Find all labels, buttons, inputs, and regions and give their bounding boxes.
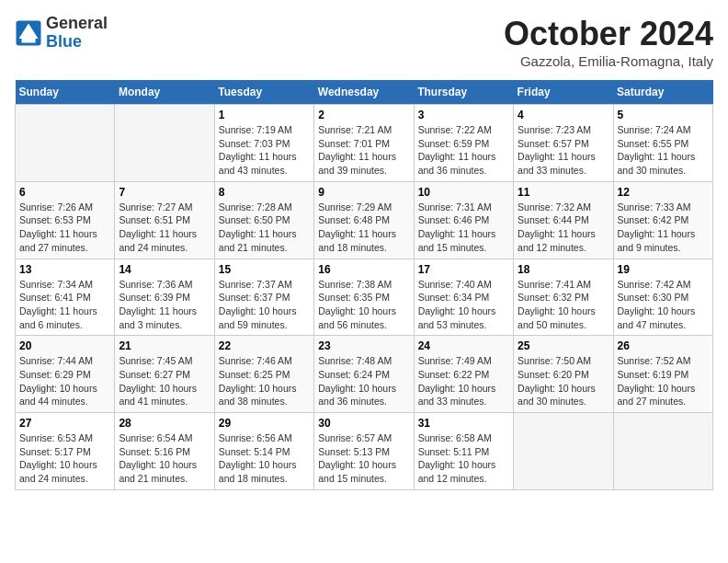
day-info: Sunrise: 7:26 AM Sunset: 6:53 PM Dayligh… <box>19 201 110 255</box>
calendar-week-row: 27Sunrise: 6:53 AM Sunset: 5:17 PM Dayli… <box>16 413 713 490</box>
day-number: 19 <box>618 263 709 276</box>
day-number: 30 <box>318 417 409 430</box>
day-number: 21 <box>119 339 210 352</box>
calendar-cell: 10Sunrise: 7:31 AM Sunset: 6:46 PM Dayli… <box>414 181 513 259</box>
day-info: Sunrise: 7:29 AM Sunset: 6:48 PM Dayligh… <box>318 201 409 255</box>
day-number: 11 <box>518 186 609 199</box>
calendar-week-row: 6Sunrise: 7:26 AM Sunset: 6:53 PM Daylig… <box>16 181 713 259</box>
calendar-cell: 8Sunrise: 7:28 AM Sunset: 6:50 PM Daylig… <box>214 181 313 259</box>
calendar-cell: 23Sunrise: 7:48 AM Sunset: 6:24 PM Dayli… <box>314 336 414 413</box>
day-info: Sunrise: 7:31 AM Sunset: 6:46 PM Dayligh… <box>418 201 509 255</box>
day-number: 6 <box>19 186 110 199</box>
calendar-cell: 18Sunrise: 7:41 AM Sunset: 6:32 PM Dayli… <box>514 259 613 336</box>
day-number: 7 <box>119 186 210 199</box>
calendar-cell: 4Sunrise: 7:23 AM Sunset: 6:57 PM Daylig… <box>514 105 613 182</box>
logo-general: General <box>46 15 108 33</box>
day-info: Sunrise: 7:21 AM Sunset: 7:01 PM Dayligh… <box>318 123 409 178</box>
day-info: Sunrise: 7:23 AM Sunset: 6:57 PM Dayligh… <box>518 123 609 178</box>
day-info: Sunrise: 7:36 AM Sunset: 6:39 PM Dayligh… <box>119 278 210 332</box>
day-number: 3 <box>418 109 509 121</box>
day-info: Sunrise: 7:22 AM Sunset: 6:59 PM Dayligh… <box>418 123 509 178</box>
day-info: Sunrise: 7:45 AM Sunset: 6:27 PM Dayligh… <box>119 354 210 408</box>
calendar-cell: 15Sunrise: 7:37 AM Sunset: 6:37 PM Dayli… <box>214 259 313 336</box>
day-number: 2 <box>318 109 409 121</box>
day-number: 20 <box>19 339 110 352</box>
calendar-cell <box>16 105 115 182</box>
day-info: Sunrise: 6:53 AM Sunset: 5:17 PM Dayligh… <box>19 431 110 486</box>
logo-blue: Blue <box>46 33 108 52</box>
day-info: Sunrise: 7:49 AM Sunset: 6:22 PM Dayligh… <box>418 354 509 408</box>
day-info: Sunrise: 7:27 AM Sunset: 6:51 PM Dayligh… <box>119 201 210 255</box>
calendar-cell: 24Sunrise: 7:49 AM Sunset: 6:22 PM Dayli… <box>414 336 513 413</box>
calendar-cell: 19Sunrise: 7:42 AM Sunset: 6:30 PM Dayli… <box>613 259 712 336</box>
title-block: October 2024 Gazzola, Emilia-Romagna, It… <box>504 15 713 69</box>
day-info: Sunrise: 7:46 AM Sunset: 6:25 PM Dayligh… <box>219 354 310 408</box>
day-of-week-header: Monday <box>115 80 214 105</box>
day-of-week-header: Saturday <box>613 80 712 105</box>
day-info: Sunrise: 6:56 AM Sunset: 5:14 PM Dayligh… <box>219 431 310 486</box>
calendar-cell: 26Sunrise: 7:52 AM Sunset: 6:19 PM Dayli… <box>613 336 712 413</box>
day-number: 18 <box>518 263 609 276</box>
calendar-cell: 31Sunrise: 6:58 AM Sunset: 5:11 PM Dayli… <box>414 413 513 490</box>
calendar-cell: 20Sunrise: 7:44 AM Sunset: 6:29 PM Dayli… <box>16 336 115 413</box>
day-info: Sunrise: 7:32 AM Sunset: 6:44 PM Dayligh… <box>518 201 609 255</box>
day-info: Sunrise: 7:40 AM Sunset: 6:34 PM Dayligh… <box>418 278 509 332</box>
day-info: Sunrise: 7:24 AM Sunset: 6:55 PM Dayligh… <box>618 123 709 178</box>
calendar-cell <box>514 413 613 490</box>
day-number: 8 <box>219 186 310 199</box>
calendar-cell: 1Sunrise: 7:19 AM Sunset: 7:03 PM Daylig… <box>214 105 313 182</box>
calendar-cell: 6Sunrise: 7:26 AM Sunset: 6:53 PM Daylig… <box>16 181 115 259</box>
calendar-cell: 29Sunrise: 6:56 AM Sunset: 5:14 PM Dayli… <box>214 413 313 490</box>
calendar-cell: 27Sunrise: 6:53 AM Sunset: 5:17 PM Dayli… <box>16 413 115 490</box>
day-number: 22 <box>219 339 310 352</box>
calendar-cell: 22Sunrise: 7:46 AM Sunset: 6:25 PM Dayli… <box>214 336 313 413</box>
calendar-cell: 17Sunrise: 7:40 AM Sunset: 6:34 PM Dayli… <box>414 259 513 336</box>
svg-rect-2 <box>22 39 36 43</box>
day-info: Sunrise: 7:34 AM Sunset: 6:41 PM Dayligh… <box>19 278 110 332</box>
day-number: 26 <box>618 339 709 352</box>
location: Gazzola, Emilia-Romagna, Italy <box>504 53 713 69</box>
calendar-cell: 30Sunrise: 6:57 AM Sunset: 5:13 PM Dayli… <box>314 413 414 490</box>
calendar-header-row: SundayMondayTuesdayWednesdayThursdayFrid… <box>16 80 713 105</box>
calendar-cell: 9Sunrise: 7:29 AM Sunset: 6:48 PM Daylig… <box>314 181 414 259</box>
month-title: October 2024 <box>504 15 713 53</box>
day-number: 15 <box>219 263 310 276</box>
calendar-cell <box>115 105 214 182</box>
day-number: 5 <box>618 109 709 121</box>
day-number: 9 <box>318 186 409 199</box>
day-number: 29 <box>219 417 310 430</box>
logo: General Blue <box>15 15 108 52</box>
calendar-cell: 16Sunrise: 7:38 AM Sunset: 6:35 PM Dayli… <box>314 259 414 336</box>
day-number: 1 <box>219 109 310 121</box>
calendar-cell: 21Sunrise: 7:45 AM Sunset: 6:27 PM Dayli… <box>115 336 214 413</box>
day-number: 17 <box>418 263 509 276</box>
day-of-week-header: Thursday <box>414 80 513 105</box>
calendar-week-row: 20Sunrise: 7:44 AM Sunset: 6:29 PM Dayli… <box>16 336 713 413</box>
calendar-cell: 14Sunrise: 7:36 AM Sunset: 6:39 PM Dayli… <box>115 259 214 336</box>
day-info: Sunrise: 7:33 AM Sunset: 6:42 PM Dayligh… <box>618 201 709 255</box>
day-info: Sunrise: 7:42 AM Sunset: 6:30 PM Dayligh… <box>618 278 709 332</box>
day-info: Sunrise: 6:58 AM Sunset: 5:11 PM Dayligh… <box>418 431 509 486</box>
day-info: Sunrise: 7:37 AM Sunset: 6:37 PM Dayligh… <box>219 278 310 332</box>
calendar-cell: 12Sunrise: 7:33 AM Sunset: 6:42 PM Dayli… <box>613 181 712 259</box>
day-of-week-header: Tuesday <box>214 80 313 105</box>
calendar-table: SundayMondayTuesdayWednesdayThursdayFrid… <box>15 80 713 490</box>
day-number: 28 <box>119 417 210 430</box>
day-info: Sunrise: 7:41 AM Sunset: 6:32 PM Dayligh… <box>518 278 609 332</box>
calendar-week-row: 1Sunrise: 7:19 AM Sunset: 7:03 PM Daylig… <box>16 105 713 182</box>
calendar-cell: 5Sunrise: 7:24 AM Sunset: 6:55 PM Daylig… <box>613 105 712 182</box>
calendar-cell: 25Sunrise: 7:50 AM Sunset: 6:20 PM Dayli… <box>514 336 613 413</box>
day-number: 24 <box>418 339 509 352</box>
day-info: Sunrise: 7:50 AM Sunset: 6:20 PM Dayligh… <box>518 354 609 408</box>
day-number: 31 <box>418 417 509 430</box>
day-info: Sunrise: 6:54 AM Sunset: 5:16 PM Dayligh… <box>119 431 210 486</box>
day-number: 27 <box>19 417 110 430</box>
day-number: 25 <box>518 339 609 352</box>
calendar-cell <box>613 413 712 490</box>
day-of-week-header: Friday <box>514 80 613 105</box>
day-info: Sunrise: 7:44 AM Sunset: 6:29 PM Dayligh… <box>19 354 110 408</box>
calendar-cell: 13Sunrise: 7:34 AM Sunset: 6:41 PM Dayli… <box>16 259 115 336</box>
logo-icon <box>15 19 42 47</box>
calendar-cell: 2Sunrise: 7:21 AM Sunset: 7:01 PM Daylig… <box>314 105 414 182</box>
logo-text: General Blue <box>46 15 108 52</box>
